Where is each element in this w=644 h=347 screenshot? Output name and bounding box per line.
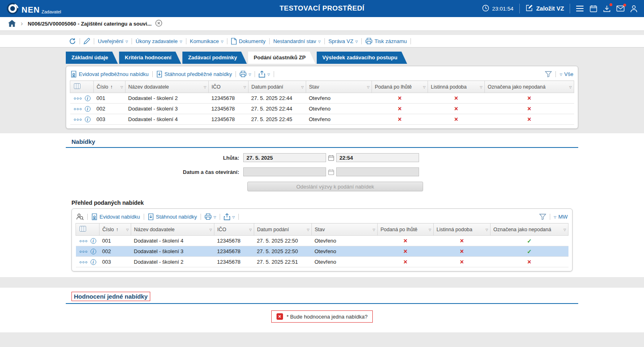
otevirani-time-input[interactable] bbox=[336, 167, 419, 176]
calendar-picker-icon[interactable] bbox=[328, 169, 334, 175]
info-icon[interactable]: i bbox=[85, 95, 91, 101]
column-header[interactable]: Název dodavatele▽ bbox=[125, 81, 209, 93]
filter-dropdown-icon[interactable]: ▽ bbox=[126, 228, 129, 231]
filter-dropdown-icon[interactable]: ▽ bbox=[249, 228, 252, 231]
column-chooser-icon[interactable] bbox=[74, 83, 80, 89]
filter-funnel-icon[interactable] bbox=[545, 71, 552, 77]
close-record-icon[interactable] bbox=[155, 20, 162, 28]
export-grid-button[interactable]: ▽ bbox=[259, 71, 270, 78]
menu-sprava-vz[interactable]: Správa VZ▽ bbox=[328, 38, 358, 44]
column-header[interactable]: Číslo↑▽ bbox=[94, 81, 125, 93]
stahnout-predbezne-nabidky-button[interactable]: Stáhnout předběžné nabídky bbox=[156, 71, 232, 78]
evidovat-nabidku-button[interactable]: Evidovat nabídku bbox=[91, 213, 140, 220]
column-chooser-icon[interactable] bbox=[80, 226, 86, 232]
row-menu-icon[interactable] bbox=[74, 108, 82, 110]
filter-dropdown-icon[interactable]: ▽ bbox=[429, 228, 431, 231]
menu-nestandardni-stav[interactable]: Nestandardní stav▽ bbox=[273, 38, 321, 44]
table-row[interactable]: i003Dodavatel - školení 21234567827. 5. … bbox=[76, 257, 568, 267]
filter-dropdown-icon[interactable]: ▽ bbox=[244, 85, 246, 89]
calendar-picker-icon[interactable] bbox=[328, 155, 334, 161]
info-icon[interactable]: i bbox=[85, 117, 91, 122]
home-icon[interactable] bbox=[8, 20, 16, 28]
history-icon[interactable] bbox=[69, 38, 76, 45]
column-header[interactable]: Podaná po lhůtě▽ bbox=[372, 81, 428, 93]
menu-ukony-zadavatele[interactable]: Úkony zadavatele▽ bbox=[136, 38, 182, 44]
edit-icon[interactable] bbox=[84, 38, 90, 44]
column-header[interactable]: Podaná po lhůtě▽ bbox=[378, 223, 434, 236]
tab-podani-ucastniku-zp[interactable]: Podání účastníků ZP bbox=[248, 52, 316, 64]
column-header[interactable]: Označena jako nepodaná▽ bbox=[491, 223, 568, 236]
lhuta-date-input[interactable] bbox=[243, 153, 326, 162]
filter-dropdown-icon[interactable]: ▽ bbox=[373, 228, 375, 231]
user-icon[interactable] bbox=[630, 5, 638, 13]
column-chooser-cell[interactable] bbox=[76, 223, 99, 236]
breadcrumb-record[interactable]: N006/25/V00005060 - Zajištění cateringu … bbox=[28, 20, 162, 28]
info-icon[interactable]: i bbox=[85, 106, 91, 112]
sort-asc-icon[interactable]: ↑ bbox=[116, 227, 118, 232]
lhuta-time-input[interactable] bbox=[336, 153, 419, 162]
menu-dokumenty[interactable]: Dokumenty bbox=[231, 38, 266, 45]
row-menu-icon[interactable] bbox=[80, 240, 87, 242]
filter-dropdown-icon[interactable]: ▽ bbox=[367, 85, 370, 89]
filter-funnel-icon[interactable] bbox=[539, 214, 546, 220]
sort-asc-icon[interactable]: ↑ bbox=[110, 84, 112, 90]
tab-zadavaci-podminky[interactable]: Zadávací podmínky bbox=[182, 52, 247, 64]
downloads-icon[interactable] bbox=[603, 5, 611, 13]
table-row[interactable]: i003Dodavatel - školení 41234567827. 5. … bbox=[70, 114, 574, 125]
table-row[interactable]: i001Dodavatel - školení 21234567827. 5. … bbox=[70, 93, 574, 104]
view-selector-mw[interactable]: ▽ MW bbox=[554, 214, 568, 220]
tab-kriteria-hodnoceni[interactable]: Kritéria hodnocení bbox=[119, 52, 181, 64]
info-icon[interactable]: i bbox=[91, 238, 96, 244]
nen-logo[interactable]: NEN Zadavatel bbox=[6, 2, 61, 15]
tab-vysledek-postupu[interactable]: Výsledek zadávacího postupu bbox=[317, 52, 407, 64]
filter-dropdown-icon[interactable]: ▽ bbox=[569, 85, 572, 89]
column-chooser-cell[interactable] bbox=[70, 81, 94, 93]
export-grid-button[interactable]: ▽ bbox=[224, 213, 235, 220]
odeslani-vyzvy-button[interactable]: Odeslání výzvy k podání nabídek bbox=[247, 182, 423, 191]
view-selector-vse[interactable]: ▽ Vše bbox=[560, 71, 573, 77]
filter-dropdown-icon[interactable]: ▽ bbox=[210, 228, 212, 231]
row-menu-icon[interactable] bbox=[80, 251, 87, 253]
print-grid-button[interactable]: ▽ bbox=[205, 213, 216, 220]
table-row[interactable]: i002Dodavatel - školení 31234567827. 5. … bbox=[70, 104, 574, 114]
column-header[interactable]: Název dodavatele▽ bbox=[131, 223, 214, 236]
column-header[interactable]: Listinná podoba▽ bbox=[428, 81, 485, 93]
tab-zakladni-udaje[interactable]: Základní údaje bbox=[66, 52, 118, 64]
info-icon[interactable]: i bbox=[91, 259, 96, 265]
otevirani-date-input[interactable] bbox=[243, 167, 326, 176]
filter-dropdown-icon[interactable]: ▽ bbox=[204, 85, 206, 89]
participant-search-icon[interactable] bbox=[76, 213, 84, 220]
column-header[interactable]: Stav▽ bbox=[312, 223, 378, 236]
filter-dropdown-icon[interactable]: ▽ bbox=[486, 228, 488, 231]
column-header[interactable]: Listinná podoba▽ bbox=[434, 223, 491, 236]
menu-komunikace[interactable]: Komunikace▽ bbox=[190, 38, 224, 44]
table-row[interactable]: i001Dodavatel - školení 41234567827. 5. … bbox=[76, 236, 568, 246]
row-menu-icon[interactable] bbox=[74, 98, 82, 100]
filter-dropdown-icon[interactable]: ▽ bbox=[301, 85, 304, 89]
print-grid-button[interactable]: ▽ bbox=[240, 71, 251, 77]
column-header[interactable]: IČO▽ bbox=[209, 81, 249, 93]
info-icon[interactable]: i bbox=[91, 249, 96, 254]
row-menu-icon[interactable] bbox=[74, 119, 82, 121]
filter-dropdown-icon[interactable]: ▽ bbox=[121, 85, 123, 89]
filter-dropdown-icon[interactable]: ▽ bbox=[564, 228, 566, 231]
filter-dropdown-icon[interactable]: ▽ bbox=[307, 228, 309, 231]
messages-icon[interactable] bbox=[616, 5, 625, 12]
evidovat-predbeznou-nabidku-button[interactable]: Evidovat předběžnou nabídku bbox=[71, 71, 149, 78]
menu-tisk-zaznamu[interactable]: Tisk záznamu bbox=[365, 38, 407, 44]
table-row[interactable]: i002Dodavatel - školení 31234567827. 5. … bbox=[76, 246, 568, 257]
stahnout-nabidky-button[interactable]: Stáhnout nabídky bbox=[148, 213, 197, 220]
filter-dropdown-icon[interactable]: ▽ bbox=[423, 85, 426, 89]
calendar-icon[interactable] bbox=[590, 5, 597, 13]
create-vz-button[interactable]: Založit VZ bbox=[525, 4, 564, 13]
column-header[interactable]: Datum podání▽ bbox=[249, 81, 306, 93]
row-menu-icon[interactable] bbox=[80, 261, 87, 263]
filter-dropdown-icon[interactable]: ▽ bbox=[480, 85, 482, 89]
column-header[interactable]: Označena jako nepodaná▽ bbox=[485, 81, 574, 93]
column-header[interactable]: Datum podání▽ bbox=[254, 223, 312, 236]
column-header[interactable]: Číslo↑▽ bbox=[99, 223, 131, 236]
column-header[interactable]: Stav▽ bbox=[306, 81, 372, 93]
column-header[interactable]: IČO▽ bbox=[214, 223, 254, 236]
menu-uverejneni[interactable]: Uveřejnění▽ bbox=[98, 38, 128, 44]
menu-icon[interactable] bbox=[576, 5, 584, 12]
